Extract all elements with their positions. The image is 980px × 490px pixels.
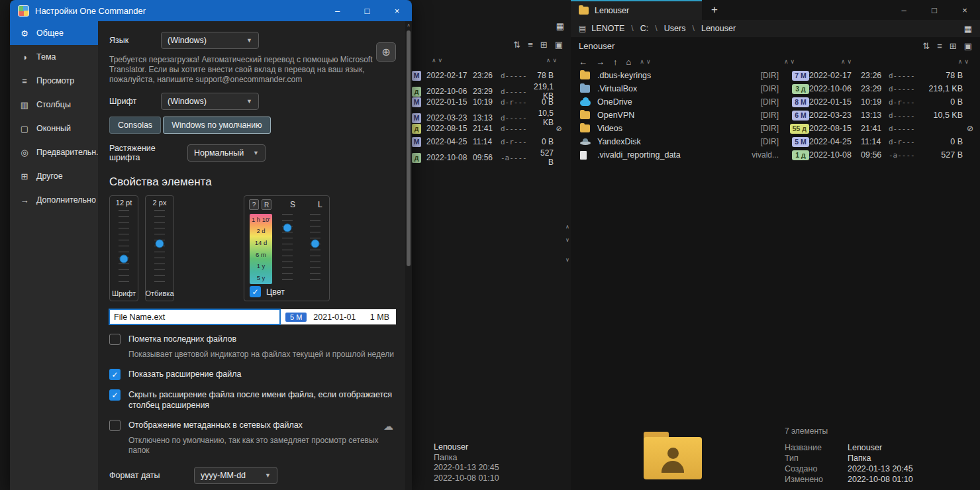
preview-file-name-input[interactable]: File Name.ext [109,309,280,324]
new-item-icon[interactable]: ⊞ [540,40,548,50]
breadcrumb-item[interactable]: Users [664,24,686,33]
file-name: .vivaldi_reporting_data [597,150,746,160]
font-consolas-button[interactable]: Consolas [109,117,161,134]
clipboard-icon[interactable]: ▣ [555,40,563,50]
list-view-icon[interactable]: ≡ [937,41,942,51]
scale-label: 5 y [250,275,272,281]
globe-icon: ⊕ [381,46,390,58]
font-stretch-select[interactable]: Нормальный ▼ [187,144,266,162]
minimize-button[interactable]: – [889,0,919,20]
column-sort-arrows[interactable]: ∧∨ [546,57,559,64]
file-row[interactable]: .dbus-keyrings [DIR] 7 M 2022-02-17 23:2… [571,69,980,82]
sidebar-item[interactable]: ⊞ Другое [10,164,98,188]
scrollbar-thumb[interactable] [407,30,411,266]
file-row[interactable]: д 2022-10-08 09:56 -a---- 527 B ⊘ [412,148,564,162]
up-button[interactable]: ↑ [613,57,618,67]
file-row[interactable]: M 2022-03-23 13:13 d----- 10,5 KB ⊘ [412,109,564,122]
tab-lenouser[interactable]: Lenouser [571,0,702,20]
maximize-button[interactable]: □ [919,0,950,20]
saturation-slider[interactable] [282,214,293,284]
date-format-select[interactable]: yyyy-MM-dd ▼ [194,467,277,484]
sidebar-item[interactable]: ≡ Просмотр [10,69,98,93]
language-select[interactable]: (Windows) ▼ [161,32,259,49]
new-item-icon[interactable]: ⊞ [950,41,957,51]
color-checkbox-label: Цвет [266,287,285,297]
network-metadata-label: Отображение метаданных в сетевых файлах [128,420,303,430]
window-controls: – □ × [889,0,980,20]
slider-thumb[interactable] [283,224,292,232]
lightness-slider[interactable] [310,214,320,284]
column-sort-arrows[interactable]: ∧∨ [784,58,797,65]
splitter-arrow-icon[interactable]: ∨ [565,257,569,263]
minimize-button[interactable]: – [322,0,352,21]
column-sort-arrows[interactable]: ∧∨ [958,58,971,65]
file-row[interactable]: OpenVPN [DIR] 6 M 2022-03-23 13:13 d----… [571,109,980,122]
file-row[interactable]: Videos [DIR] 55 д 2022-08-15 21:41 d----… [571,122,980,135]
slider-thumb[interactable] [120,255,128,264]
sidebar-item[interactable]: ⚙ Общее [10,21,98,45]
sidebar-item[interactable]: ▥ Столбцы [10,93,98,117]
breadcrumb-item[interactable]: C: [640,24,649,33]
sort-icon[interactable]: ⇅ [513,40,520,50]
splitter-arrow-icon[interactable]: ∨ [565,237,569,243]
file-dir-ext: [DIR] [746,71,783,80]
age-badge: M [412,97,421,107]
file-row[interactable]: M 2022-04-25 11:14 d-r--- 0 B ⊘ [412,135,564,148]
breadcrumb-item[interactable]: Lenouser [701,24,736,33]
app-logo-icon [18,5,29,17]
apps-icon[interactable]: ▤ [579,24,586,33]
color-checkbox[interactable]: ✓ [250,286,261,297]
panel-layout-icon[interactable]: ▦ [556,21,564,31]
file-row[interactable]: .VirtualBox [DIR] 3 д 2022-10-06 23:29 d… [571,82,980,95]
breadcrumb-item[interactable]: LENOTE [591,24,624,33]
maximize-button[interactable]: □ [352,0,382,21]
column-sort-arrows[interactable]: ∧∨ [640,58,652,65]
back-button[interactable]: ← [579,57,587,67]
panel-layout-icon[interactable]: ▦ [964,24,972,34]
splitter-arrow-icon[interactable]: ∧ [565,224,569,230]
sidebar-item[interactable]: ◎ Предварительн... [10,140,98,164]
pane-splitter[interactable]: ∧ ∨ ∨ [564,20,571,490]
network-metadata-checkbox[interactable] [109,420,121,431]
translate-button[interactable]: ⊕ [376,42,396,62]
sidebar-item[interactable]: ◑ Тема [10,45,98,69]
dialog-titlebar[interactable]: Настройки One Commander – □ × [10,0,412,21]
close-button[interactable]: × [950,0,980,20]
file-dir-ext: [DIR] [746,124,783,133]
file-row[interactable]: OneDrive [DIR] 8 M 2022-01-15 10:19 d-r-… [571,95,980,109]
list-view-icon[interactable]: ≡ [528,40,533,50]
font-size-slider[interactable] [119,210,129,287]
font-windows-default-button[interactable]: Windows по умолчанию [163,117,271,134]
file-row[interactable]: .vivaldi_reporting_data vivald... 1 д 20… [571,148,980,162]
close-button[interactable]: × [382,0,412,21]
mark-recent-files-checkbox[interactable] [109,334,121,345]
forward-button[interactable]: → [596,57,605,67]
sidebar-item[interactable]: → Дополнительно [10,188,98,212]
scale-label: 1 y [250,263,272,270]
reset-button[interactable]: R [262,199,271,210]
new-tab-button[interactable]: + [702,0,727,20]
scroll-up-icon[interactable]: ∧ [405,23,412,28]
help-button[interactable]: ? [249,199,259,210]
file-row[interactable]: YandexDisk [DIR] 5 M 2022-04-25 11:14 d-… [571,135,980,148]
hide-extension-checkbox[interactable]: ✓ [109,389,121,401]
right-pane: Lenouser + – □ × ▤ LENOTE \ C: \ Users \… [571,0,980,490]
dialog-scrollbar[interactable]: ∧ [405,21,412,490]
slider-thumb[interactable] [156,240,164,248]
file-attrs: d----- [501,72,534,80]
column-sort-arrows[interactable]: ∧∨ [841,58,854,65]
padding-slider[interactable] [154,210,165,287]
file-row[interactable]: M 2022-01-15 10:19 d-r--- 0 B ⊘ [412,95,564,109]
home-button[interactable]: ⌂ [626,57,632,67]
font-label: Шрифт [109,97,161,106]
clipboard-icon[interactable]: ▣ [964,41,972,51]
sort-icon[interactable]: ⇅ [922,41,930,51]
column-sort-arrows[interactable]: ∧∨ [432,57,444,64]
file-row[interactable]: д 2022-10-06 23:29 d----- 219,1 KB ⊘ [412,82,564,95]
sidebar-item[interactable]: ▢ Оконный [10,117,98,140]
file-row[interactable]: M 2022-02-17 23:26 d----- 78 B ⊘ [412,69,564,82]
left-pane-toolbar: ⇅ ≡ ⊞ ▣ [513,40,563,50]
font-select[interactable]: (Windows) ▼ [161,93,259,110]
slider-thumb[interactable] [311,239,320,248]
show-extension-checkbox[interactable]: ✓ [109,369,121,380]
